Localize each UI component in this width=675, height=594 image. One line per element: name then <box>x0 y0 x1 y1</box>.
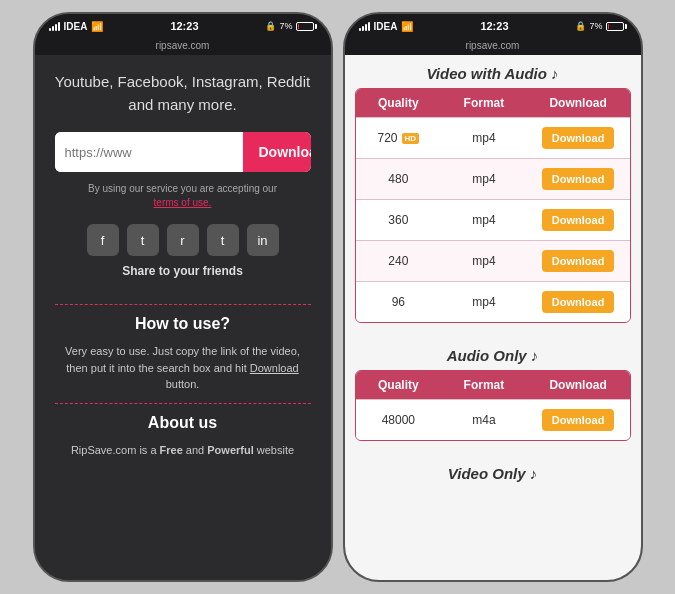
table-row: 480 mp4 Download <box>356 158 630 199</box>
download-cell-480: Download <box>527 159 630 199</box>
right-phone: IDEA 📶 12:23 🔒 7% ripsave.com Video w <box>343 12 643 582</box>
url-bar-left: ripsave.com <box>35 38 331 55</box>
terms-text: By using our service you are accepting o… <box>55 182 311 210</box>
download-cell-720: Download <box>527 118 630 158</box>
download-cell-m4a: Download <box>527 400 630 440</box>
quality-480: 480 <box>356 165 442 193</box>
carrier-right: IDEA 📶 <box>359 21 414 32</box>
download-96-button[interactable]: Download <box>542 291 615 313</box>
table-row: 720 HD mp4 Download <box>356 117 630 158</box>
download-header-2: Download <box>527 371 630 399</box>
audio-only-table: Quality Format Download 48000 m4a Downlo… <box>355 370 631 441</box>
download-cell-360: Download <box>527 200 630 240</box>
about-title: About us <box>55 414 311 432</box>
format-480: mp4 <box>441 165 527 193</box>
table-row: 48000 m4a Download <box>356 399 630 440</box>
url-bar-right: ripsave.com <box>345 38 641 55</box>
video-only-header: Video Only ♪ <box>345 455 641 488</box>
download-m4a-button[interactable]: Download <box>542 409 615 431</box>
divider-1 <box>55 304 311 305</box>
battery-icon-right <box>606 22 627 31</box>
download-240-button[interactable]: Download <box>542 250 615 272</box>
audio-only-header: Audio Only ♪ <box>345 337 641 370</box>
facebook-icon[interactable]: f <box>87 224 119 256</box>
battery-area-left: 🔒 7% <box>265 21 316 31</box>
tumblr-icon[interactable]: t <box>207 224 239 256</box>
share-text: Share to your friends <box>55 264 311 278</box>
how-to-title: How to use? <box>55 315 311 333</box>
left-screen: Youtube, Facebook, Instagram, Reddit and… <box>35 55 331 580</box>
left-phone: IDEA 📶 12:23 🔒 7% ripsave.com Youtube, F… <box>33 12 333 582</box>
quality-48000: 48000 <box>356 406 442 434</box>
download-720-button[interactable]: Download <box>542 127 615 149</box>
battery-area-right: 🔒 7% <box>575 21 626 31</box>
format-96: mp4 <box>441 288 527 316</box>
search-row[interactable]: Download <box>55 132 311 172</box>
social-icons-row: f t r t in <box>55 224 311 256</box>
divider-2 <box>55 403 311 404</box>
table-row: 240 mp4 Download <box>356 240 630 281</box>
format-header-2: Format <box>441 371 527 399</box>
table-row: 360 mp4 Download <box>356 199 630 240</box>
twitter-icon[interactable]: t <box>127 224 159 256</box>
table-header-2: Quality Format Download <box>356 371 630 399</box>
format-240: mp4 <box>441 247 527 275</box>
quality-96: 96 <box>356 288 442 316</box>
signal-icon <box>49 21 60 31</box>
video-audio-table: Quality Format Download 720 HD mp4 Downl… <box>355 88 631 323</box>
battery-percent-left: 7% <box>279 21 292 31</box>
wifi-icon: 📶 <box>91 21 103 32</box>
url-input[interactable] <box>55 132 243 172</box>
status-bar-left: IDEA 📶 12:23 🔒 7% <box>35 14 331 38</box>
time-left: 12:23 <box>170 20 198 32</box>
table-row: 96 mp4 Download <box>356 281 630 322</box>
quality-header: Quality <box>356 89 442 117</box>
hero-text: Youtube, Facebook, Instagram, Reddit and… <box>55 71 311 116</box>
download-cell-96: Download <box>527 282 630 322</box>
linkedin-icon[interactable]: in <box>247 224 279 256</box>
video-audio-header: Video with Audio ♪ <box>345 55 641 88</box>
quality-360: 360 <box>356 206 442 234</box>
status-bar-right: IDEA 📶 12:23 🔒 7% <box>345 14 641 38</box>
lock-icon-right: 🔒 <box>575 21 586 31</box>
wifi-icon-right: 📶 <box>401 21 413 32</box>
battery-icon-left <box>296 22 317 31</box>
format-720: mp4 <box>441 124 527 152</box>
how-to-body: Very easy to use. Just copy the link of … <box>55 343 311 393</box>
format-360: mp4 <box>441 206 527 234</box>
about-body: RipSave.com is a Free and Powerful websi… <box>55 442 311 459</box>
format-m4a: m4a <box>441 406 527 434</box>
lock-icon: 🔒 <box>265 21 276 31</box>
download-360-button[interactable]: Download <box>542 209 615 231</box>
download-header: Download <box>527 89 630 117</box>
terms-link[interactable]: terms of use. <box>154 197 212 208</box>
table-header-1: Quality Format Download <box>356 89 630 117</box>
signal-icon-right <box>359 21 370 31</box>
right-screen: Video with Audio ♪ Quality Format Downlo… <box>345 55 641 580</box>
battery-percent-right: 7% <box>589 21 602 31</box>
download-ref: Download <box>250 362 299 374</box>
quality-720: 720 HD <box>356 124 442 152</box>
quality-header-2: Quality <box>356 371 442 399</box>
download-480-button[interactable]: Download <box>542 168 615 190</box>
carrier-left: IDEA 📶 <box>49 21 104 32</box>
hd-badge: HD <box>402 133 420 144</box>
time-right: 12:23 <box>480 20 508 32</box>
reddit-icon[interactable]: r <box>167 224 199 256</box>
quality-240: 240 <box>356 247 442 275</box>
format-header: Format <box>441 89 527 117</box>
main-download-button[interactable]: Download <box>243 132 311 172</box>
download-cell-240: Download <box>527 241 630 281</box>
